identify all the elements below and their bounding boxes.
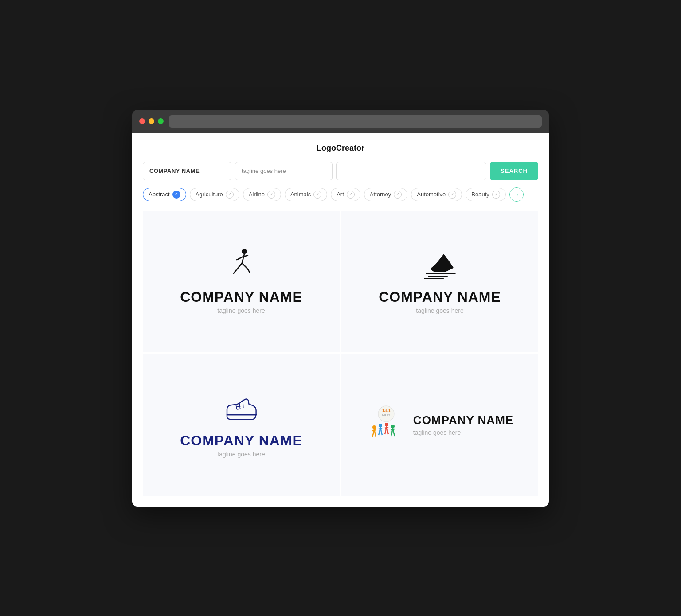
- address-bar[interactable]: [169, 115, 542, 128]
- svg-text:13.1: 13.1: [382, 408, 391, 413]
- filter-chip-automotive[interactable]: Automotive: [411, 188, 462, 201]
- logo-2-tagline: tagline goes here: [416, 307, 463, 314]
- close-button[interactable]: [139, 118, 145, 124]
- svg-point-8: [242, 257, 244, 259]
- running-figure-icon: [223, 248, 259, 284]
- minimize-button[interactable]: [149, 118, 154, 124]
- svg-line-7: [247, 269, 250, 273]
- filter-chip-abstract[interactable]: Abstract: [143, 188, 186, 201]
- maximize-button[interactable]: [158, 118, 164, 124]
- filter-chip-airline[interactable]: Airline: [243, 188, 281, 201]
- filter-next-button[interactable]: →: [509, 187, 524, 202]
- search-bar: SEARCH: [143, 162, 538, 180]
- filter-label-animals: Animals: [290, 191, 311, 198]
- logo-1-tagline: tagline goes here: [217, 307, 265, 314]
- svg-line-22: [385, 427, 388, 428]
- company-name-input[interactable]: [143, 162, 231, 180]
- check-icon-attorney: [394, 191, 402, 199]
- filter-label-automotive: Automotive: [417, 191, 446, 198]
- search-button[interactable]: SEARCH: [490, 162, 538, 180]
- svg-line-6: [233, 270, 236, 274]
- filter-chip-animals[interactable]: Animals: [285, 188, 327, 201]
- runners-group-icon: 13.1 MILES: [366, 405, 406, 445]
- tagline-input[interactable]: [235, 162, 333, 180]
- logo-grid: COMPANY NAME tagline goes here COMPANY N…: [143, 211, 538, 496]
- svg-text:MILES: MILES: [382, 414, 390, 417]
- check-icon-art: [347, 191, 355, 199]
- filter-chip-beauty[interactable]: Beauty: [466, 188, 505, 201]
- svg-line-13: [237, 409, 241, 409]
- filter-chip-agriculture[interactable]: Agriculture: [190, 188, 239, 201]
- logo-3-tagline: tagline goes here: [217, 451, 265, 458]
- svg-line-2: [236, 257, 243, 260]
- sneaker-outline-icon: [223, 392, 259, 427]
- logo-card-3[interactable]: COMPANY NAME tagline goes here: [143, 354, 340, 496]
- app-container: LogoCreator SEARCH Abstract Agriculture …: [132, 133, 549, 507]
- svg-line-18: [372, 430, 376, 431]
- svg-point-23: [391, 425, 395, 428]
- check-icon-airline: [267, 191, 275, 199]
- browser-chrome: [132, 110, 549, 133]
- logo-4-tagline: tagline goes here: [413, 429, 513, 436]
- check-icon-abstract: [172, 191, 180, 199]
- traffic-lights: [139, 118, 164, 124]
- filter-label-art: Art: [337, 191, 344, 198]
- filter-label-agriculture: Agriculture: [196, 191, 223, 198]
- logo-card-4[interactable]: 13.1 MILES: [341, 354, 538, 496]
- check-icon-agriculture: [226, 191, 234, 199]
- check-icon-animals: [313, 191, 321, 199]
- logo-3-company-name: COMPANY NAME: [180, 433, 302, 449]
- svg-point-17: [372, 425, 376, 429]
- filter-bar: Abstract Agriculture Airline Animals Art…: [143, 187, 538, 202]
- filter-chip-attorney[interactable]: Attorney: [364, 188, 407, 201]
- filter-label-beauty: Beauty: [471, 191, 489, 198]
- filter-chip-art[interactable]: Art: [331, 188, 360, 201]
- logo-4-company-name: COMPANY NAME: [413, 413, 513, 427]
- logo-1-company-name: COMPANY NAME: [180, 289, 302, 305]
- filter-label-airline: Airline: [249, 191, 265, 198]
- logo-card-1[interactable]: COMPANY NAME tagline goes here: [143, 211, 340, 352]
- svg-line-24: [391, 429, 395, 430]
- svg-line-5: [242, 263, 247, 269]
- svg-line-20: [379, 428, 382, 429]
- svg-line-4: [236, 263, 242, 270]
- logo-4-text-block: COMPANY NAME tagline goes here: [413, 413, 513, 436]
- check-icon-automotive: [448, 191, 456, 199]
- filter-label-attorney: Attorney: [370, 191, 391, 198]
- svg-point-19: [379, 424, 382, 427]
- logo-card-2[interactable]: COMPANY NAME tagline goes here: [341, 211, 538, 352]
- app-title: LogoCreator: [317, 144, 364, 152]
- check-icon-beauty: [492, 191, 500, 199]
- shoe-swoosh-icon: [422, 248, 458, 284]
- svg-point-21: [385, 423, 388, 426]
- svg-point-0: [242, 249, 247, 254]
- keyword-input[interactable]: [336, 162, 486, 180]
- logo-2-company-name: COMPANY NAME: [379, 289, 501, 305]
- filter-label-abstract: Abstract: [149, 191, 170, 198]
- browser-window: LogoCreator SEARCH Abstract Agriculture …: [132, 110, 549, 507]
- app-header: LogoCreator: [143, 144, 538, 153]
